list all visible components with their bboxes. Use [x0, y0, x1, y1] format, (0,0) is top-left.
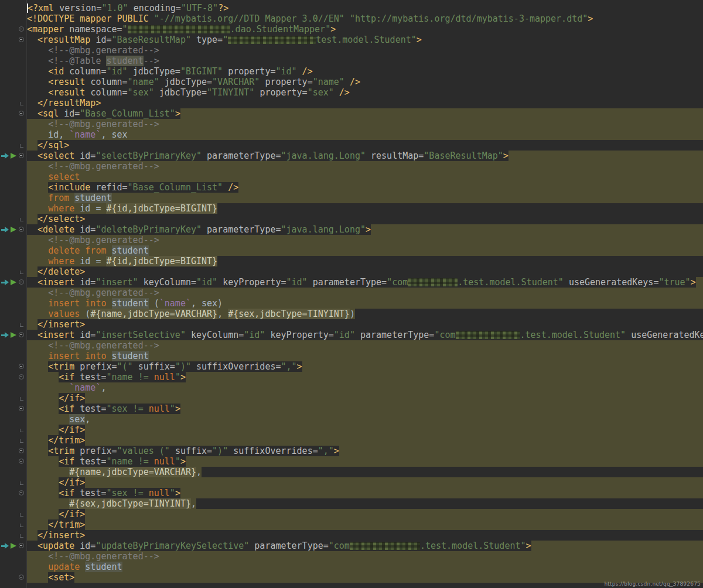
mybatis-nav-icon[interactable]	[1, 227, 9, 233]
code-line[interactable]: <!DOCTYPE mapper PUBLIC "-//mybatis.org/…	[0, 13, 703, 24]
code-line[interactable]: <!--@mbg.generated-->	[0, 288, 703, 298]
code-line[interactable]: <!--@Table student-->	[0, 56, 703, 66]
code-line[interactable]: <result column="sex" jdbcType="TINYINT" …	[0, 87, 703, 98]
fold-collapse-icon[interactable]	[19, 37, 24, 42]
code-line[interactable]: </if>	[0, 425, 703, 435]
fold-end-icon[interactable]	[20, 271, 23, 274]
fold-collapse-icon[interactable]	[19, 459, 24, 464]
syntax-token: .test.model.Student"	[458, 277, 569, 288]
run-statement-icon[interactable]	[11, 543, 16, 549]
run-statement-icon[interactable]	[11, 153, 16, 159]
code-line[interactable]: <if test="name != null">	[0, 372, 703, 382]
code-line[interactable]: <if test="sex != null">	[0, 404, 703, 414]
code-line[interactable]: <update id="updateByPrimaryKeySelective"…	[0, 541, 703, 551]
code-line[interactable]: <sql id="Base_Column_List">	[0, 108, 703, 119]
fold-end-icon[interactable]	[20, 534, 23, 538]
mybatis-nav-icon[interactable]	[1, 153, 9, 159]
code-text: values (#{name,jdbcType=VARCHAR}, #{sex,…	[27, 309, 355, 319]
code-line[interactable]: #{name,jdbcType=VARCHAR},	[0, 467, 703, 477]
code-line[interactable]: </trim>	[0, 519, 703, 530]
code-line[interactable]: </resultMap>	[0, 98, 703, 108]
code-line[interactable]: <insert id="insertSelective" keyColumn="…	[0, 330, 703, 340]
fold-collapse-icon[interactable]	[19, 332, 24, 337]
code-line[interactable]: insert into student (`name`, sex)	[0, 298, 703, 309]
code-line[interactable]: from student	[0, 193, 703, 203]
code-line[interactable]: where id = #{id,jdbcType=BIGINT}	[0, 256, 703, 266]
run-statement-icon[interactable]	[11, 227, 16, 233]
mybatis-nav-icon[interactable]	[1, 543, 9, 549]
code-line[interactable]: <!--@mbg.generated-->	[0, 551, 703, 562]
code-line[interactable]: <!--@mbg.generated-->	[0, 340, 703, 351]
code-line[interactable]: <set>	[0, 572, 703, 583]
code-line[interactable]: </insert>	[0, 530, 703, 541]
gutter	[0, 477, 27, 488]
code-editor[interactable]: <?xml version="1.0" encoding="UTF-8"?><!…	[0, 0, 703, 588]
code-line[interactable]: </if>	[0, 393, 703, 404]
code-line[interactable]: <insert id="insert" keyColumn="id" keyPr…	[0, 277, 703, 288]
code-line[interactable]: sex,	[0, 414, 703, 425]
code-line[interactable]: <?xml version="1.0" encoding="UTF-8"?>	[0, 3, 703, 13]
code-line[interactable]: <resultMap id="BaseResultMap" type="test…	[0, 35, 703, 45]
fold-collapse-icon[interactable]	[19, 26, 24, 32]
code-line[interactable]: </insert>	[0, 319, 703, 330]
code-line[interactable]: <include refid="Base_Column_List" />	[0, 182, 703, 193]
code-line[interactable]: <!--@mbg.generated-->	[0, 161, 703, 172]
code-line[interactable]: select	[0, 172, 703, 182]
code-line[interactable]: <id column="id" jdbcType="BIGINT" proper…	[0, 66, 703, 77]
code-line[interactable]: </trim>	[0, 435, 703, 446]
fold-collapse-icon[interactable]	[19, 490, 24, 495]
fold-collapse-icon[interactable]	[19, 279, 24, 285]
mybatis-nav-icon[interactable]	[1, 332, 9, 338]
code-line[interactable]: <trim prefix="(" suffix=")" suffixOverri…	[0, 361, 703, 372]
code-line[interactable]: </if>	[0, 477, 703, 488]
code-line[interactable]: <if test="name != null">	[0, 456, 703, 467]
code-line[interactable]: #{sex,jdbcType=TINYINT},	[0, 498, 703, 509]
code-line[interactable]: `name`,	[0, 382, 703, 393]
code-line[interactable]: <!--@mbg.generated-->	[0, 45, 703, 56]
fold-end-icon[interactable]	[20, 524, 23, 527]
fold-collapse-icon[interactable]	[19, 153, 24, 158]
fold-end-icon[interactable]	[20, 144, 23, 148]
code-line[interactable]: where id = #{id,jdbcType=BIGINT}	[0, 203, 703, 214]
code-line[interactable]: <select id="selectByPrimaryKey" paramete…	[0, 151, 703, 161]
code-line[interactable]: <!--@mbg.generated-->	[0, 235, 703, 245]
fold-end-icon[interactable]	[20, 323, 23, 327]
syntax-token: <!--@mbg.generated-->	[48, 119, 159, 129]
fold-end-icon[interactable]	[20, 218, 23, 221]
code-line[interactable]: <if test="sex != null">	[0, 488, 703, 498]
run-statement-icon[interactable]	[11, 279, 16, 285]
code-line[interactable]: id, `name`, sex	[0, 129, 703, 140]
code-line[interactable]: insert into student	[0, 351, 703, 361]
code-line[interactable]: <result column="name" jdbcType="VARCHAR"…	[0, 77, 703, 87]
syntax-token: jdbcType=	[159, 87, 207, 98]
fold-collapse-icon[interactable]	[19, 448, 24, 453]
fold-end-icon[interactable]	[20, 513, 23, 517]
fold-end-icon[interactable]	[20, 397, 23, 401]
code-line[interactable]: <delete id="deleteByPrimaryKey" paramete…	[0, 224, 703, 235]
code-line[interactable]: <trim prefix="values (" suffix=")" suffi…	[0, 446, 703, 456]
gutter	[0, 245, 27, 256]
fold-end-icon[interactable]	[20, 481, 23, 485]
fold-collapse-icon[interactable]	[19, 111, 24, 116]
mybatis-nav-icon[interactable]	[1, 279, 9, 285]
fold-collapse-icon[interactable]	[19, 364, 24, 369]
fold-end-icon[interactable]	[20, 429, 23, 432]
code-line[interactable]: update student	[0, 562, 703, 572]
fold-collapse-icon[interactable]	[19, 406, 24, 411]
syntax-token: version=	[59, 3, 101, 13]
fold-end-icon[interactable]	[20, 439, 23, 443]
code-line[interactable]: </if>	[0, 509, 703, 519]
fold-collapse-icon[interactable]	[19, 575, 24, 580]
fold-end-icon[interactable]	[20, 102, 23, 105]
code-line[interactable]: </delete>	[0, 266, 703, 277]
code-line[interactable]: <!--@mbg.generated-->	[0, 119, 703, 129]
fold-collapse-icon[interactable]	[19, 374, 24, 380]
code-line[interactable]: </select>	[0, 214, 703, 224]
code-line[interactable]: <mapper namespace=".dao.StudentMapper">	[0, 24, 703, 35]
code-line[interactable]: values (#{name,jdbcType=VARCHAR}, #{sex,…	[0, 309, 703, 319]
run-statement-icon[interactable]	[11, 332, 16, 338]
code-line[interactable]: </sql>	[0, 140, 703, 151]
fold-collapse-icon[interactable]	[19, 543, 24, 548]
fold-collapse-icon[interactable]	[19, 227, 24, 232]
code-line[interactable]: delete from student	[0, 245, 703, 256]
